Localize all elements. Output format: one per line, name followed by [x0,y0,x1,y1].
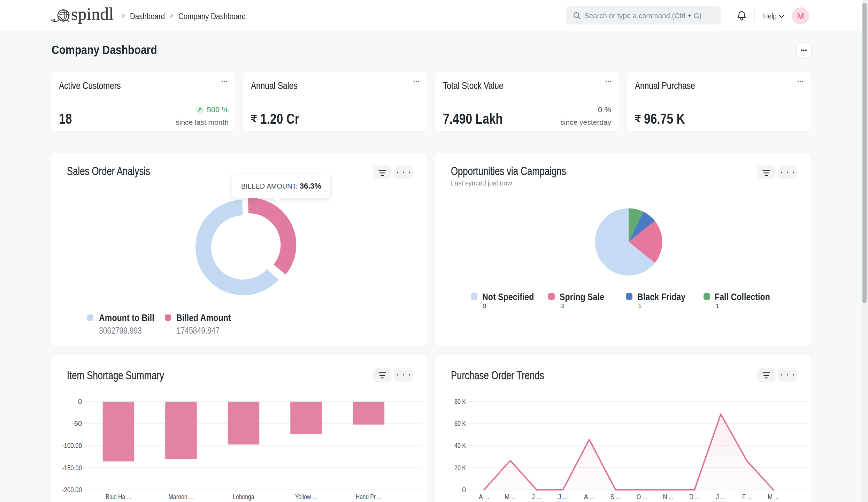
svg-text:40 K: 40 K [454,442,466,449]
svg-text:J ...: J ... [716,493,726,501]
svg-text:20 K: 20 K [454,464,466,472]
svg-text:80 K: 80 K [454,398,466,405]
svg-text:M ...: M ... [768,493,779,501]
svg-text:60 K: 60 K [454,420,466,427]
svg-text:O ...: O ... [637,493,647,501]
svg-text:-50: -50 [72,420,82,427]
svg-text:Yellow ...: Yellow ... [295,493,317,501]
svg-text:D ...: D ... [689,493,700,501]
svg-text:-150.00: -150.00 [62,464,82,472]
svg-text:Lehenga: Lehenga [233,493,255,501]
svg-text:A ...: A ... [479,493,489,501]
svg-text:J ...: J ... [532,493,541,501]
svg-text:0: 0 [78,398,82,405]
svg-text:N ...: N ... [663,493,674,501]
svg-text:S ...: S ... [610,493,621,501]
svg-text:Blue Ha ...: Blue Ha ... [106,493,131,501]
svg-text:0: 0 [462,486,466,494]
svg-text:M ...: M ... [505,493,516,501]
svg-text:-200.00: -200.00 [62,486,82,494]
svg-text:-100.00: -100.00 [62,442,82,449]
svg-text:A ...: A ... [584,493,594,501]
svg-text:F ...: F ... [742,493,752,501]
svg-text:Maroon ...: Maroon ... [169,493,194,501]
svg-text:Hand Pr ...: Hand Pr ... [356,493,382,501]
svg-text:J ...: J ... [558,493,568,501]
